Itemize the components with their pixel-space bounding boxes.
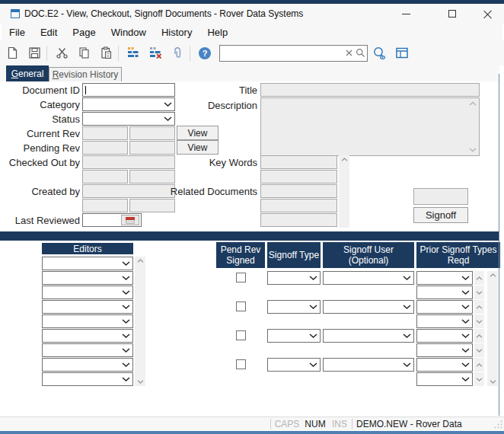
toolbar: ? — [0, 40, 504, 65]
prior-signoff-dropdown[interactable] — [416, 372, 473, 386]
cut-button[interactable] — [52, 43, 72, 63]
key-words-label: Key Words — [166, 156, 257, 170]
pend-rev-signed-checkbox[interactable] — [236, 273, 246, 282]
signoff-user-dropdown[interactable] — [323, 271, 414, 285]
editor-dropdown[interactable] — [42, 314, 133, 328]
signoff-button[interactable]: Signoff — [413, 207, 468, 223]
new-document-button[interactable] — [2, 43, 22, 63]
pend-rev-signed-checkbox[interactable] — [236, 359, 246, 369]
scroll-up-icon[interactable] — [137, 259, 144, 263]
editor-dropdown[interactable] — [42, 300, 133, 314]
paste-button[interactable] — [96, 43, 116, 63]
delete-rows-button[interactable] — [145, 43, 165, 63]
view-pending-rev-button[interactable]: View — [177, 140, 219, 155]
signoff-type-dropdown[interactable] — [267, 358, 321, 372]
chevron-down-icon — [122, 362, 130, 367]
checked-out-time-field — [129, 170, 175, 183]
maximize-button[interactable] — [440, 4, 464, 24]
created-by-field — [82, 184, 175, 198]
chevron-down-icon — [122, 305, 130, 309]
clear-x-icon — [346, 49, 352, 56]
attach-file-button[interactable] — [167, 43, 187, 63]
minimize-button[interactable] — [394, 4, 418, 24]
menu-window[interactable]: Window — [104, 25, 154, 40]
editor-dropdown[interactable] — [42, 257, 133, 270]
application-window: DOC.E2 - View, Checkout, Signoff Documen… — [0, 0, 504, 434]
editor-dropdown[interactable] — [42, 343, 133, 357]
prior-signoff-dropdown[interactable] — [416, 343, 473, 357]
title-bar[interactable]: DOC.E2 - View, Checkout, Signoff Documen… — [0, 4, 504, 24]
search-input[interactable] — [220, 46, 344, 60]
pend-rev-signed-checkbox[interactable] — [236, 330, 246, 340]
signoff-user-dropdown[interactable] — [323, 329, 414, 343]
clear-search-button[interactable] — [344, 47, 354, 59]
menu-edit[interactable]: Edit — [33, 25, 65, 40]
category-dropdown[interactable] — [82, 97, 175, 111]
signoff-type-dropdown[interactable] — [267, 271, 321, 285]
menu-file[interactable]: File — [2, 25, 33, 40]
prior-signoff-scroll-down[interactable] — [474, 314, 484, 328]
prior-signoff-dropdown[interactable] — [416, 314, 473, 328]
editor-dropdown[interactable] — [42, 286, 133, 299]
svg-text:?: ? — [203, 49, 208, 58]
tab-general[interactable]: General — [6, 65, 49, 81]
status-dropdown[interactable] — [82, 112, 175, 126]
scroll-down-icon[interactable] — [137, 380, 144, 384]
tab-revision-history[interactable]: Revision History — [49, 67, 122, 81]
magnify-preview-button[interactable] — [370, 43, 390, 63]
scroll-up-icon[interactable] — [341, 158, 348, 161]
view-current-rev-button[interactable]: View — [177, 126, 219, 140]
delete-rows-icon — [149, 46, 162, 59]
window-bottom-edge — [0, 431, 504, 434]
date-picker-button[interactable] — [121, 215, 139, 225]
prior-signoff-scroll-down[interactable] — [474, 343, 484, 357]
resize-grip[interactable] — [494, 420, 502, 429]
signoff-grid-scrollbar[interactable] — [487, 271, 498, 386]
grid-view-button[interactable] — [392, 43, 412, 63]
prior-signoff-dropdown[interactable] — [416, 358, 473, 372]
related-documents-field-3 — [260, 213, 337, 227]
magnify-preview-icon — [372, 46, 388, 60]
key-words-field-2 — [260, 170, 337, 183]
search-button[interactable] — [356, 47, 365, 59]
scroll-up-icon — [476, 334, 483, 338]
prior-signoff-dropdown[interactable] — [416, 271, 473, 285]
signoff-user-dropdown[interactable] — [323, 300, 414, 314]
prior-signoff-scroll-up[interactable] — [474, 300, 484, 314]
prior-signoff-scroll-up[interactable] — [474, 358, 484, 372]
close-button[interactable] — [475, 4, 499, 24]
signoff-type-dropdown[interactable] — [267, 329, 321, 343]
insert-rows-button[interactable] — [123, 43, 143, 63]
menu-help[interactable]: Help — [199, 25, 235, 40]
copy-button[interactable] — [74, 43, 94, 63]
prior-signoff-scroll-up[interactable] — [474, 329, 484, 343]
prior-signoff-dropdown[interactable] — [416, 286, 473, 299]
editor-dropdown[interactable] — [42, 271, 133, 285]
last-reviewed-label: Last Reviewed — [0, 214, 80, 228]
scroll-down-icon[interactable] — [490, 380, 496, 384]
scroll-up-icon[interactable] — [490, 273, 496, 277]
prior-signoff-dropdown[interactable] — [416, 329, 473, 343]
save-button[interactable] — [24, 43, 44, 63]
editors-scrollbar[interactable] — [135, 257, 145, 386]
editor-dropdown[interactable] — [42, 358, 133, 372]
prior-signoff-scroll-up[interactable] — [474, 271, 484, 285]
chevron-down-icon — [309, 362, 317, 367]
pend-rev-signed-checkbox[interactable] — [236, 302, 246, 311]
prior-signoff-dropdown[interactable] — [416, 300, 473, 314]
scroll-up-icon — [476, 305, 483, 309]
document-id-input[interactable] — [82, 83, 175, 97]
chevron-down-icon — [309, 305, 317, 309]
prior-signoff-scroll-down[interactable] — [474, 372, 484, 386]
signoff-user-dropdown[interactable] — [323, 358, 414, 372]
related-documents-label: Related Documents — [166, 185, 257, 199]
editor-dropdown[interactable] — [42, 329, 133, 343]
menu-page[interactable]: Page — [65, 25, 103, 40]
editor-dropdown[interactable] — [42, 372, 133, 386]
signoff-type-dropdown[interactable] — [267, 300, 321, 314]
help-button[interactable]: ? — [195, 43, 215, 63]
menu-history[interactable]: History — [154, 25, 199, 40]
key-words-scrollbar[interactable] — [339, 155, 349, 228]
prior-signoff-scroll-down[interactable] — [474, 286, 484, 299]
chevron-down-icon — [461, 377, 470, 381]
